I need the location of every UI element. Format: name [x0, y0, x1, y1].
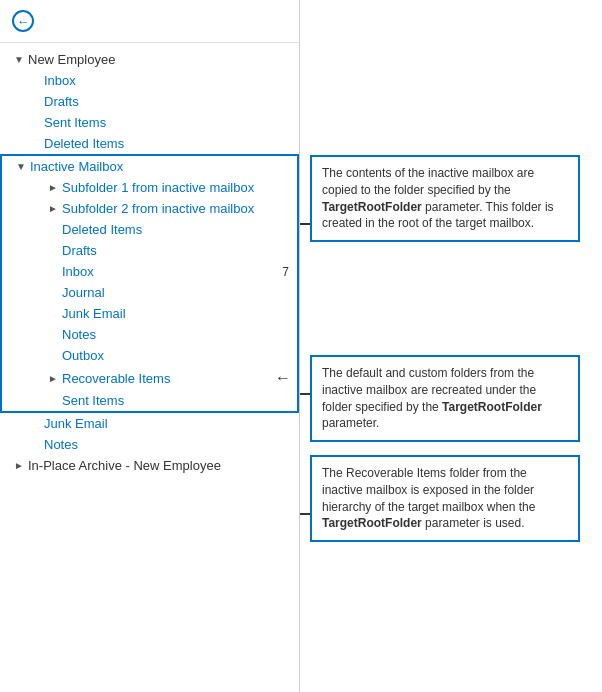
panel-header: ←: [0, 0, 299, 43]
item-label: Drafts: [44, 94, 299, 109]
item-label: Sent Items: [44, 115, 299, 130]
arrow-indicator: ←: [275, 369, 291, 387]
expand-icon: [46, 244, 60, 258]
tree-item-sent-top[interactable]: Sent Items: [0, 112, 299, 133]
callout-box-callout1: The contents of the inactive mailbox are…: [310, 155, 580, 242]
item-label: Inactive Mailbox: [30, 159, 297, 174]
item-label: Sent Items: [62, 393, 297, 408]
tree-item-deleted-inner[interactable]: Deleted Items: [0, 219, 299, 240]
tree-item-new-employee[interactable]: ▼New Employee: [0, 49, 299, 70]
item-label: Notes: [62, 327, 297, 342]
right-panel: The contents of the inactive mailbox are…: [300, 0, 602, 692]
expand-icon: [46, 307, 60, 321]
folder-panel: ← ▼New EmployeeInboxDraftsSent ItemsDele…: [0, 0, 300, 692]
item-label: Junk Email: [62, 306, 297, 321]
tree-item-subfolder2[interactable]: ►Subfolder 2 from inactive mailbox: [0, 198, 299, 219]
expand-icon: [28, 438, 42, 452]
tree-item-recoverable-inner[interactable]: ►Recoverable Items←: [0, 366, 299, 390]
expand-icon: [46, 265, 60, 279]
tree-item-journal-inner[interactable]: Journal: [0, 282, 299, 303]
callout-box-callout3: The Recoverable Items folder from the in…: [310, 455, 580, 542]
item-label: Inbox: [44, 73, 299, 88]
expand-icon: ▼: [12, 53, 26, 67]
expand-icon: [46, 286, 60, 300]
item-label: In-Place Archive - New Employee: [28, 458, 299, 473]
connector-line-1: [300, 393, 310, 395]
tree-item-notes-inner[interactable]: Notes: [0, 324, 299, 345]
connector-line-2: [300, 513, 310, 515]
tree-item-inplace-archive[interactable]: ►In-Place Archive - New Employee: [0, 455, 299, 476]
tree-item-inbox-top[interactable]: Inbox: [0, 70, 299, 91]
expand-icon: [28, 137, 42, 151]
tree-item-junk-inner[interactable]: Junk Email: [0, 303, 299, 324]
item-label: Journal: [62, 285, 297, 300]
expand-icon: [46, 349, 60, 363]
item-label: Drafts: [62, 243, 297, 258]
callout-box-callout2: The default and custom folders from the …: [310, 355, 580, 442]
expand-icon: [46, 394, 60, 408]
expand-icon: [46, 223, 60, 237]
expand-icon: [28, 417, 42, 431]
item-label: Junk Email: [44, 416, 299, 431]
item-label: Subfolder 2 from inactive mailbox: [62, 201, 297, 216]
expand-icon: ▼: [14, 160, 28, 174]
item-label: Recoverable Items: [62, 371, 275, 386]
tree-item-drafts-inner[interactable]: Drafts: [0, 240, 299, 261]
expand-icon: ►: [12, 459, 26, 473]
item-label: Deleted Items: [44, 136, 299, 151]
tree-item-inactive-mailbox[interactable]: ▼Inactive Mailbox: [0, 154, 299, 177]
expand-icon: [28, 95, 42, 109]
item-label: Deleted Items: [62, 222, 297, 237]
expand-icon: [46, 328, 60, 342]
expand-icon: ►: [46, 202, 60, 216]
tree-item-drafts-top[interactable]: Drafts: [0, 91, 299, 112]
tree-item-subfolder1[interactable]: ►Subfolder 1 from inactive mailbox: [0, 177, 299, 198]
expand-icon: [28, 116, 42, 130]
tree-item-inbox-inner[interactable]: Inbox7: [0, 261, 299, 282]
item-label: New Employee: [28, 52, 299, 67]
item-badge: 7: [282, 265, 289, 279]
back-button[interactable]: ←: [12, 10, 34, 32]
item-label: Outbox: [62, 348, 297, 363]
item-label: Subfolder 1 from inactive mailbox: [62, 180, 297, 195]
back-icon: ←: [17, 14, 30, 29]
item-label: Inbox: [62, 264, 282, 279]
item-label: Notes: [44, 437, 299, 452]
folder-tree: ▼New EmployeeInboxDraftsSent ItemsDelete…: [0, 43, 299, 692]
tree-item-junk-bottom[interactable]: Junk Email: [0, 413, 299, 434]
tree-item-notes-bottom[interactable]: Notes: [0, 434, 299, 455]
expand-icon: [28, 74, 42, 88]
tree-item-outbox-inner[interactable]: Outbox: [0, 345, 299, 366]
expand-icon: ►: [46, 371, 60, 385]
expand-icon: ►: [46, 181, 60, 195]
tree-item-deleted-top[interactable]: Deleted Items: [0, 133, 299, 154]
tree-item-sent-inner[interactable]: Sent Items: [0, 390, 299, 413]
connector-line-0: [300, 223, 310, 225]
